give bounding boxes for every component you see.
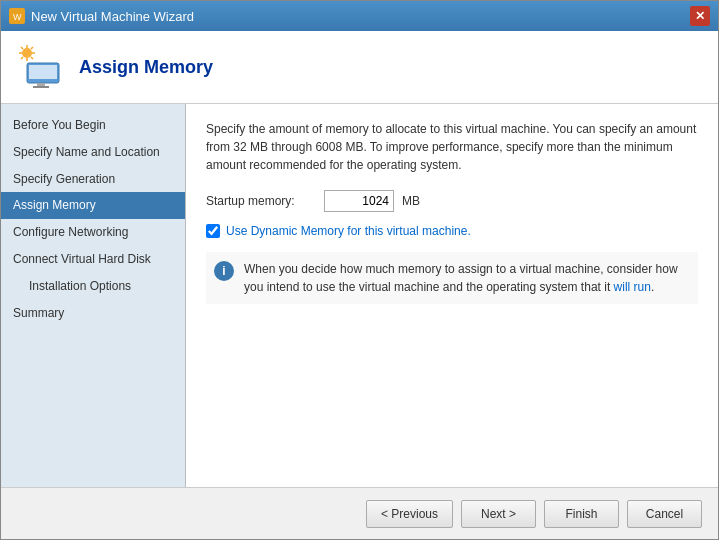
dynamic-memory-checkbox[interactable]	[206, 224, 220, 238]
sidebar-item-summary[interactable]: Summary	[1, 300, 185, 327]
description-text: Specify the amount of memory to allocate…	[206, 120, 698, 174]
startup-memory-label: Startup memory:	[206, 194, 316, 208]
startup-memory-input[interactable]	[324, 190, 394, 212]
info-box: i When you decide how much memory to ass…	[206, 252, 698, 304]
previous-button[interactable]: < Previous	[366, 500, 453, 528]
title-bar: W New Virtual Machine Wizard ✕	[1, 1, 718, 31]
sidebar-item-connect-vhd[interactable]: Connect Virtual Hard Disk	[1, 246, 185, 273]
dynamic-memory-label[interactable]: Use Dynamic Memory for this virtual mach…	[226, 224, 471, 238]
app-icon: W	[9, 8, 25, 24]
content-area: Specify the amount of memory to allocate…	[186, 104, 718, 487]
sidebar-item-assign-memory[interactable]: Assign Memory	[1, 192, 185, 219]
next-button[interactable]: Next >	[461, 500, 536, 528]
svg-line-8	[31, 57, 33, 59]
sidebar-item-installation-options[interactable]: Installation Options	[1, 273, 185, 300]
header-title: Assign Memory	[79, 57, 213, 78]
dynamic-memory-row: Use Dynamic Memory for this virtual mach…	[206, 224, 698, 238]
title-bar-left: W New Virtual Machine Wizard	[9, 8, 194, 24]
info-icon: i	[214, 261, 234, 281]
main-content: Before You Begin Specify Name and Locati…	[1, 104, 718, 487]
wizard-window: W New Virtual Machine Wizard ✕	[0, 0, 719, 540]
footer: < Previous Next > Finish Cancel	[1, 487, 718, 539]
finish-button[interactable]: Finish	[544, 500, 619, 528]
sidebar-item-configure-networking[interactable]: Configure Networking	[1, 219, 185, 246]
svg-line-7	[21, 47, 23, 49]
window-title: New Virtual Machine Wizard	[31, 9, 194, 24]
svg-line-10	[21, 57, 23, 59]
svg-rect-12	[29, 65, 57, 79]
sidebar-item-specify-generation[interactable]: Specify Generation	[1, 166, 185, 193]
cancel-button[interactable]: Cancel	[627, 500, 702, 528]
svg-line-9	[31, 47, 33, 49]
header-section: Assign Memory	[1, 31, 718, 104]
sidebar-item-before-you-begin[interactable]: Before You Begin	[1, 112, 185, 139]
close-button[interactable]: ✕	[690, 6, 710, 26]
startup-memory-row: Startup memory: MB	[206, 190, 698, 212]
startup-memory-unit: MB	[402, 194, 420, 208]
svg-rect-14	[33, 86, 49, 88]
svg-point-2	[22, 48, 32, 58]
sidebar-item-specify-name[interactable]: Specify Name and Location	[1, 139, 185, 166]
header-icon	[17, 43, 65, 91]
svg-text:W: W	[13, 12, 22, 22]
info-text: When you decide how much memory to assig…	[244, 260, 690, 296]
sidebar: Before You Begin Specify Name and Locati…	[1, 104, 186, 487]
